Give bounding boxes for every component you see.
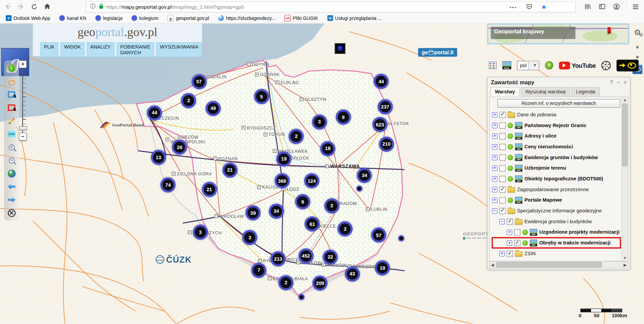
layer-checkbox[interactable] bbox=[499, 208, 505, 214]
cluster-marker[interactable]: 2 bbox=[338, 221, 353, 236]
expand-toggle-icon[interactable]: + bbox=[507, 240, 512, 245]
panel-close-button[interactable]: × bbox=[624, 79, 627, 85]
expand-toggle-icon[interactable]: + bbox=[492, 176, 497, 181]
bookmark-https-sluzbageodezy[interactable]: https://sluzbageodezy... bbox=[218, 15, 275, 21]
secure-lock-icon[interactable] bbox=[99, 3, 104, 11]
cluster-marker[interactable]: 3 bbox=[242, 230, 257, 245]
layer-row-ewidencja-grunt-w-i-budynk-w[interactable]: −Ewidencja gruntów i budynków bbox=[492, 216, 620, 227]
bookmark-star-icon[interactable]: ★ bbox=[541, 3, 547, 11]
bookmark-pliki-gugik[interactable]: GKPliki GUGIK bbox=[284, 15, 318, 22]
cluster-marker[interactable]: 237 bbox=[377, 99, 393, 115]
cluster-dot-marker[interactable] bbox=[356, 185, 362, 192]
bookmark-us-ugi-przegl-dania[interactable]: WUsługi przeglądania ... bbox=[327, 15, 382, 21]
tab-legenda[interactable]: Legenda bbox=[572, 87, 600, 96]
expand-toggle-icon[interactable]: + bbox=[492, 123, 497, 128]
language-select[interactable]: pol ▼ bbox=[517, 61, 539, 70]
panel-minimize-button[interactable]: − bbox=[617, 79, 620, 85]
cluster-marker[interactable]: 3 bbox=[193, 225, 208, 240]
expand-toggle-icon[interactable]: + bbox=[492, 155, 497, 160]
zoom-in-button[interactable]: + bbox=[19, 60, 27, 68]
scroll-down-icon[interactable]: ▼ bbox=[623, 255, 627, 261]
select-red-tool[interactable] bbox=[6, 103, 17, 112]
legend-list-icon[interactable] bbox=[489, 62, 496, 69]
layer-checkbox[interactable] bbox=[499, 144, 505, 150]
bookmark-geoportal-gov-pl[interactable]: ggeoportal.gov.pl bbox=[167, 15, 209, 22]
site-info-icon[interactable] bbox=[90, 3, 96, 11]
menu-plik[interactable]: PLIK bbox=[40, 42, 58, 57]
cluster-marker[interactable]: 3 bbox=[324, 198, 339, 213]
settings-gear-icon[interactable]: ⚙⚙ bbox=[634, 28, 641, 36]
page-actions-icon[interactable]: ••• bbox=[510, 4, 517, 9]
layer-checkbox[interactable] bbox=[514, 229, 520, 235]
layer-row-pa-stwowy-rejestr-granic[interactable]: +Państwowy Rejestr Granic bbox=[492, 120, 620, 131]
cluster-marker[interactable]: 44 bbox=[374, 74, 389, 89]
vertical-scrollbar[interactable]: ▲ ▼ bbox=[621, 97, 628, 261]
identify-tool[interactable]: i bbox=[6, 64, 17, 73]
next-view-tool[interactable] bbox=[6, 195, 17, 204]
layer-checkbox[interactable] bbox=[499, 133, 505, 139]
cluster-marker[interactable]: 61 bbox=[305, 216, 320, 232]
cluster-marker[interactable]: 19 bbox=[375, 260, 390, 275]
expand-toggle-icon[interactable]: − bbox=[499, 219, 505, 224]
coordinates-tool[interactable]: XYH bbox=[6, 129, 17, 139]
cluster-marker[interactable]: 57 bbox=[191, 74, 207, 89]
cluster-marker[interactable]: 124 bbox=[304, 173, 319, 188]
layer-checkbox[interactable] bbox=[499, 165, 505, 171]
expand-toggle-icon[interactable]: + bbox=[492, 187, 497, 192]
expand-toggle-icon[interactable]: + bbox=[492, 198, 497, 203]
layer-checkbox[interactable] bbox=[499, 186, 505, 193]
scroll-up-icon[interactable]: ▲ bbox=[623, 97, 627, 103]
cluster-marker[interactable]: 34 bbox=[357, 168, 372, 183]
contrast-toggle[interactable] bbox=[617, 59, 639, 71]
tab-wyszukaj-warstw[interactable]: Wyszukaj warstwę bbox=[521, 87, 570, 96]
home-icon[interactable] bbox=[42, 1, 53, 12]
cluster-marker[interactable]: 39 bbox=[245, 205, 260, 220]
horizontal-scrollbar[interactable]: ◀ ▶ bbox=[489, 261, 628, 268]
menu-analizy[interactable]: ANALIZY bbox=[87, 42, 115, 57]
layer-row-portale-mapowe[interactable]: +Portale Mapowe bbox=[492, 195, 620, 206]
help-icon[interactable]: ? bbox=[545, 61, 553, 69]
cluster-marker[interactable]: 57 bbox=[371, 228, 386, 243]
expand-toggle-icon[interactable]: + bbox=[492, 166, 497, 171]
menu-pobieranie-danych[interactable]: POBIERANIE DANYCH bbox=[117, 42, 154, 57]
cluster-marker[interactable]: 9 bbox=[295, 194, 310, 209]
cluster-marker[interactable]: 34 bbox=[269, 204, 284, 219]
forward-icon[interactable] bbox=[16, 1, 26, 12]
cluster-marker[interactable]: 3 bbox=[312, 114, 327, 129]
cluster-marker[interactable]: 2 bbox=[181, 93, 196, 108]
cluster-marker[interactable]: 213 bbox=[271, 251, 286, 266]
layer-checkbox[interactable] bbox=[499, 176, 505, 182]
menu-widok[interactable]: WIDOK bbox=[60, 42, 85, 57]
cluster-marker[interactable]: 209 bbox=[312, 276, 328, 291]
map-canvas[interactable]: geoportal.gov.pl PLIKWIDOKANALIZYPOBIERA… bbox=[0, 23, 644, 324]
previous-view-tool[interactable] bbox=[6, 182, 17, 191]
layer-row-uzbrojenie-terenu[interactable]: +Uzbrojenie terenu bbox=[492, 163, 620, 174]
menu-wyszukiwania[interactable]: WYSZUKIWANIA bbox=[156, 42, 202, 57]
cluster-marker[interactable]: 44 bbox=[147, 105, 162, 120]
layer-row-ceny-nieruchomo-ci[interactable]: +Ceny nieruchomości bbox=[492, 141, 620, 152]
layer-checkbox[interactable] bbox=[514, 240, 520, 246]
cluster-marker[interactable]: 368 bbox=[274, 173, 289, 188]
wms-service-icon[interactable] bbox=[502, 61, 512, 69]
cluster-marker[interactable]: 452 bbox=[298, 248, 313, 263]
zoom-in-tool[interactable]: + bbox=[6, 143, 17, 152]
cluster-marker[interactable]: 21 bbox=[222, 163, 238, 178]
reload-icon[interactable] bbox=[29, 1, 39, 12]
compass-wheel-icon[interactable] bbox=[602, 61, 611, 70]
cluster-marker[interactable]: 9 bbox=[336, 110, 351, 125]
scroll-thumb[interactable] bbox=[496, 262, 602, 268]
layer-row-obr-by-w-trakcie-modernizacji[interactable]: +Obręby w trakcie modernizacji bbox=[492, 237, 620, 248]
cluster-marker[interactable]: 7 bbox=[251, 263, 267, 278]
layer-checkbox[interactable] bbox=[499, 154, 505, 160]
library-icon[interactable] bbox=[582, 1, 593, 12]
zoom-out-tool[interactable]: − bbox=[6, 156, 17, 165]
cluster-marker[interactable]: 74 bbox=[160, 177, 176, 193]
url-bar[interactable]: https://mapy.geoportal.gov.pl/imap/Imgp_… bbox=[86, 2, 576, 12]
layer-checkbox[interactable] bbox=[507, 218, 513, 225]
layer-checkbox[interactable] bbox=[499, 197, 505, 203]
expand-toggle-icon[interactable]: + bbox=[507, 230, 512, 235]
expand-toggle-icon[interactable]: + bbox=[499, 251, 505, 256]
cluster-dot-marker[interactable] bbox=[398, 235, 404, 241]
cluster-marker[interactable]: 623 bbox=[372, 117, 388, 132]
cluster-marker[interactable]: 49 bbox=[206, 101, 221, 116]
